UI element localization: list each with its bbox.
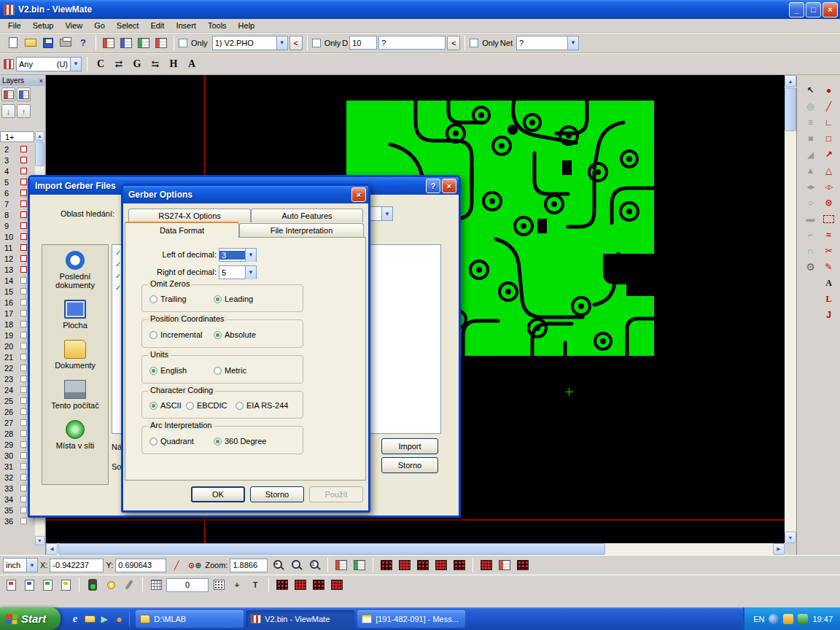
triangle-red-icon[interactable] [820, 163, 838, 179]
y-coordinate-field[interactable]: 0.690643 [115, 559, 166, 572]
trace-pattern-button-2[interactable] [497, 557, 513, 573]
layer-color-swatch[interactable] [20, 255, 27, 262]
quick-launch-folder[interactable] [82, 612, 97, 626]
place-desktop[interactable]: Plocha [42, 300, 108, 330]
scroll-up-icon[interactable]: ▲ [785, 75, 796, 87]
quick-launch-firefox[interactable] [112, 612, 126, 626]
layer-color-swatch[interactable] [20, 441, 27, 448]
task-messenger[interactable]: [191-482-091] - Mess... [357, 610, 465, 628]
start-button[interactable]: Start [0, 607, 61, 630]
layers-panel-header[interactable]: Layers × [0, 75, 45, 86]
layer-color-swatch[interactable] [20, 452, 27, 459]
dcode-grid-button[interactable] [333, 557, 349, 573]
import-button[interactable]: Import [381, 438, 438, 454]
scroll-left-icon[interactable]: ◀ [46, 543, 58, 555]
layer-color-swatch[interactable] [20, 233, 27, 240]
measure-line-button[interactable] [168, 557, 184, 573]
layer-color-swatch[interactable] [20, 157, 27, 163]
layer-color-swatch[interactable] [20, 496, 27, 502]
lines-icon[interactable] [801, 114, 820, 131]
dcode-table-button[interactable] [101, 35, 117, 51]
pointer-arrow-icon[interactable] [801, 82, 820, 98]
layer-up-button[interactable] [17, 104, 31, 118]
dashed-rect-icon[interactable] [820, 211, 838, 227]
zoom-window-button[interactable] [288, 557, 304, 573]
menu-select[interactable]: Select [111, 20, 145, 31]
prev-layer-button[interactable]: < [289, 36, 303, 50]
menu-insert[interactable]: Insert [170, 20, 202, 31]
layer-color-swatch[interactable] [20, 266, 27, 273]
report-table-button[interactable] [153, 35, 169, 51]
quick-launch-media[interactable] [97, 612, 112, 626]
mirror-gray-icon[interactable] [801, 179, 820, 195]
letter-l-icon[interactable] [820, 291, 838, 307]
apply-button[interactable]: Použít [309, 486, 363, 502]
layer-color-swatch[interactable] [20, 430, 27, 437]
left-decimal-combo[interactable]: 3 [219, 248, 257, 262]
net-table-button[interactable] [136, 35, 152, 51]
layer-color-swatch[interactable] [20, 419, 27, 426]
layer-color-swatch[interactable] [20, 507, 27, 513]
menu-setup[interactable]: Setup [27, 20, 60, 31]
layer-color-swatch[interactable] [20, 201, 27, 207]
line-diagonal-icon[interactable] [820, 98, 838, 114]
dot-grid-button[interactable] [211, 577, 227, 593]
radio-trailing[interactable]: Trailing [149, 295, 187, 303]
h-scroll-thumb[interactable] [58, 543, 605, 555]
trace-pattern-button-3[interactable] [515, 557, 531, 573]
layer-row[interactable]: 4 [0, 166, 34, 176]
zigzag-icon[interactable] [820, 227, 838, 243]
dialog-close-button[interactable]: × [442, 179, 456, 193]
pad-pattern-button-5[interactable] [451, 557, 467, 573]
zoom-in-button[interactable] [270, 557, 286, 573]
ramp-icon[interactable] [801, 147, 820, 163]
pad-pattern-button-2[interactable] [397, 557, 413, 573]
net-grid-button[interactable] [351, 557, 368, 573]
text-tool-button[interactable] [184, 56, 200, 72]
layer-color-swatch[interactable] [20, 397, 27, 404]
canvas-horizontal-scrollbar[interactable]: ◀ ▶ [46, 543, 785, 555]
layer-color-swatch[interactable] [20, 168, 27, 174]
letter-a-icon[interactable] [820, 275, 838, 291]
pad-pattern-button-3[interactable] [415, 557, 431, 573]
radio-360[interactable]: 360 Degree [214, 437, 267, 446]
layer-color-swatch[interactable] [20, 343, 27, 349]
scroll-right-icon[interactable]: ▶ [773, 543, 785, 555]
circle-target-icon[interactable] [820, 195, 838, 211]
mirror-red-icon[interactable] [820, 179, 838, 195]
task-viewmate[interactable]: V2.bin - ViewMate [246, 610, 354, 628]
pad-pattern-button-1[interactable] [378, 557, 394, 573]
layer-color-swatch[interactable] [20, 299, 27, 306]
aperture-table-button[interactable] [118, 35, 134, 51]
layer-color-swatch[interactable] [20, 474, 27, 481]
v-scroll-thumb[interactable] [785, 88, 796, 131]
layer-color-swatch[interactable] [20, 310, 27, 316]
radio-metric[interactable]: Metric [214, 366, 246, 375]
layer-color-swatch[interactable] [20, 222, 27, 229]
layer-page-button-4[interactable] [58, 577, 74, 593]
minimize-button[interactable]: _ [789, 2, 804, 18]
highlight-dcode-button[interactable] [93, 56, 109, 72]
red-pattern-button-3[interactable] [311, 577, 327, 593]
set-origin-button[interactable]: ⊕ [187, 557, 203, 573]
clock[interactable]: 19:47 [812, 615, 833, 623]
chevron-down-icon[interactable] [381, 207, 392, 220]
import-cancel-button[interactable]: Storno [381, 457, 438, 473]
hook-icon[interactable] [820, 307, 838, 323]
layer-color-swatch[interactable] [20, 179, 27, 185]
new-file-button[interactable] [5, 35, 21, 51]
menu-view[interactable]: View [59, 20, 88, 31]
layer-color-swatch[interactable] [20, 365, 27, 371]
zoom-one-button[interactable] [306, 557, 322, 573]
layer-color-swatch[interactable] [20, 288, 27, 295]
chevron-down-icon[interactable] [567, 36, 578, 50]
snap-button[interactable] [229, 577, 245, 593]
layer-color-swatch[interactable] [20, 518, 27, 524]
oval-gray-icon[interactable] [801, 195, 820, 211]
polyline-corner-icon[interactable] [820, 114, 838, 131]
menu-file[interactable]: File [2, 20, 27, 31]
close-button[interactable]: × [822, 2, 838, 18]
layer-color-swatch[interactable] [20, 386, 27, 393]
ok-button[interactable]: OK [191, 486, 245, 502]
layer-color-swatch[interactable] [20, 321, 27, 327]
